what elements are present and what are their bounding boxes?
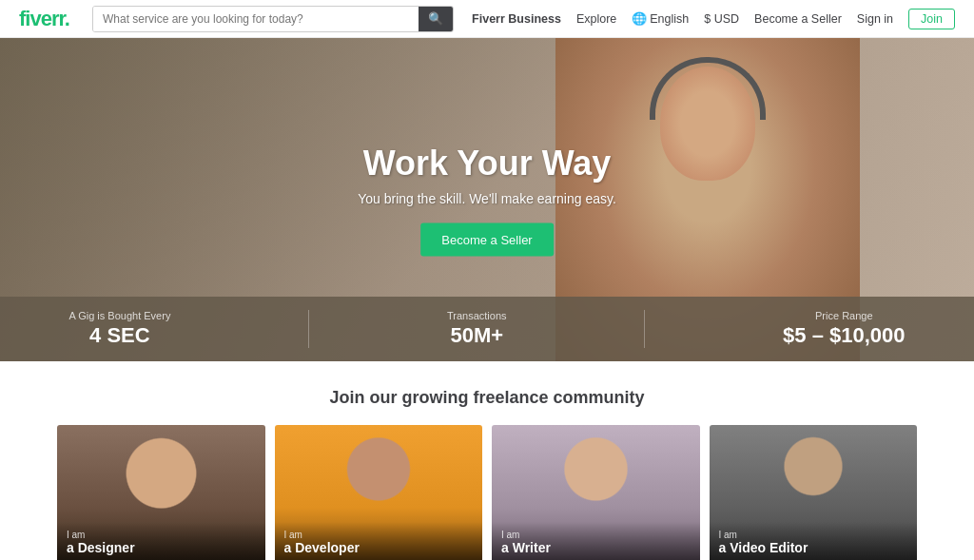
logo-dot: . [65, 7, 69, 30]
card-bottom-designer: a Designer [67, 540, 256, 555]
search-input[interactable] [93, 7, 419, 31]
stat-price-range: Price Range $5 – $10,000 [783, 310, 905, 348]
language-label: English [650, 12, 689, 26]
community-title: Join our growing freelance community [57, 388, 917, 408]
stat-gig-speed: A Gig is Bought Every 4 SEC [68, 310, 170, 348]
nav-currency[interactable]: $ USD [704, 12, 739, 26]
nav-business[interactable]: Fiverr Business [472, 12, 561, 26]
community-card-designer[interactable]: I am a Designer [57, 425, 265, 560]
nav-links: Fiverr Business Explore 🌐 English $ USD … [472, 9, 955, 29]
stat-transactions-value: 50M+ [447, 323, 507, 348]
stats-bar: A Gig is Bought Every 4 SEC Transactions… [0, 297, 974, 361]
nav-join-button[interactable]: Join [908, 9, 955, 29]
community-grid: I am a Designer I am a Developer I am a … [57, 425, 917, 560]
community-card-developer[interactable]: I am a Developer [275, 425, 483, 560]
hero-subtitle: You bring the skill. We'll make earning … [358, 191, 616, 206]
card-bottom-video-editor: a Video Editor [719, 540, 908, 555]
hero-cta-button[interactable]: Become a Seller [420, 223, 553, 257]
community-section: Join our growing freelance community I a… [0, 361, 974, 560]
hero-content: Work Your Way You bring the skill. We'll… [358, 144, 616, 257]
card-label-writer: I am a Writer [492, 522, 700, 560]
logo-text: fiverr [19, 7, 65, 30]
card-top-writer: I am [501, 530, 691, 540]
stat-divider-2 [644, 310, 645, 348]
search-bar: 🔍 [92, 6, 454, 32]
search-button[interactable]: 🔍 [419, 7, 453, 31]
stat-gig-speed-label: A Gig is Bought Every [68, 310, 170, 321]
nav-explore[interactable]: Explore [576, 12, 616, 26]
logo[interactable]: fiverr. [19, 7, 69, 31]
hero-title: Work Your Way [358, 144, 616, 183]
stat-divider-1 [308, 310, 309, 348]
card-top-video-editor: I am [719, 530, 908, 540]
stat-gig-speed-value: 4 SEC [68, 323, 170, 348]
globe-icon: 🌐 [632, 11, 647, 26]
card-label-video-editor: I am a Video Editor [710, 522, 918, 560]
community-card-video-editor[interactable]: I am a Video Editor [710, 425, 918, 560]
stat-transactions-label: Transactions [447, 310, 507, 321]
card-top-designer: I am [67, 530, 256, 540]
nav-language[interactable]: 🌐 English [632, 11, 689, 26]
card-top-developer: I am [284, 530, 474, 540]
navbar: fiverr. 🔍 Fiverr Business Explore 🌐 Engl… [0, 0, 974, 38]
community-card-writer[interactable]: I am a Writer [492, 425, 700, 560]
card-bottom-writer: a Writer [501, 540, 691, 555]
card-label-designer: I am a Designer [57, 522, 265, 560]
hero-section: Work Your Way You bring the skill. We'll… [0, 38, 974, 361]
card-label-developer: I am a Developer [275, 522, 483, 560]
stat-transactions: Transactions 50M+ [447, 310, 507, 348]
card-bottom-developer: a Developer [284, 540, 474, 555]
stat-price-range-value: $5 – $10,000 [783, 323, 905, 348]
stat-price-range-label: Price Range [783, 310, 905, 321]
nav-signin[interactable]: Sign in [857, 12, 893, 26]
nav-become-seller[interactable]: Become a Seller [754, 12, 842, 26]
